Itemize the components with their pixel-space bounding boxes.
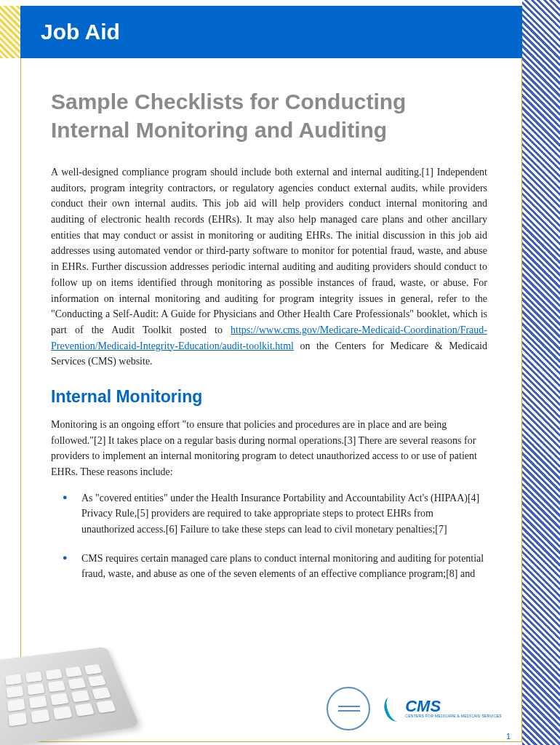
header-bar: Job Aid	[20, 6, 522, 58]
section-heading: Internal Monitoring	[51, 387, 487, 407]
header-label: Job Aid	[41, 20, 120, 44]
cms-logo-text: CMS	[405, 699, 502, 714]
section-body: Monitoring is an ongoing effort "to ensu…	[51, 417, 487, 480]
list-item: As "covered entities" under the Health I…	[68, 490, 487, 538]
right-decorative-stripe	[522, 0, 560, 745]
cms-swoosh-icon	[381, 693, 407, 723]
cms-logo: CMS CENTERS FOR MEDICARE & MEDICAID SERV…	[385, 696, 502, 722]
left-decorative-stripe	[0, 6, 20, 58]
page-number: 1	[506, 732, 511, 741]
list-item: CMS requires certain managed care plans …	[68, 551, 487, 582]
hhs-logo-icon	[327, 687, 370, 730]
calculator-image	[0, 621, 145, 745]
main-content: Sample Checklists for Conducting Interna…	[51, 87, 487, 595]
bullet-list: As "covered entities" under the Health I…	[51, 490, 487, 582]
document-title: Sample Checklists for Conducting Interna…	[51, 87, 487, 144]
intro-paragraph: A well-designed compliance program shoul…	[51, 164, 487, 370]
footer-logos: CMS CENTERS FOR MEDICARE & MEDICAID SERV…	[327, 687, 502, 730]
cms-logo-subtitle: CENTERS FOR MEDICARE & MEDICAID SERVICES	[405, 714, 502, 718]
intro-text-part1: A well-designed compliance program shoul…	[51, 167, 487, 335]
